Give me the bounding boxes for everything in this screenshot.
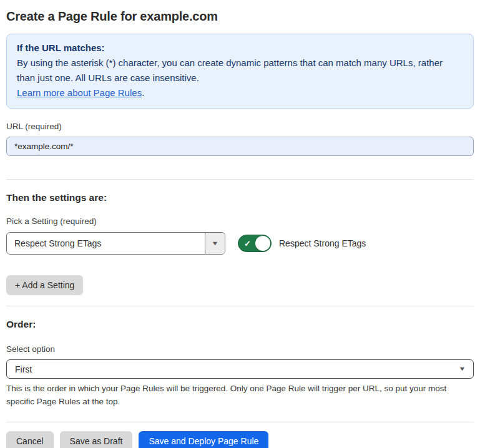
setting-picker-label: Pick a Setting (required)	[6, 217, 474, 226]
order-select-value: First	[15, 364, 32, 374]
setting-row: Respect Strong ETags ▼ ✓ Respect Strong …	[6, 232, 474, 255]
check-icon: ✓	[244, 240, 251, 248]
section-divider	[6, 179, 474, 180]
info-box-link-line: Learn more about Page Rules.	[17, 85, 463, 100]
info-box-body: By using the asterisk (*) character, you…	[17, 56, 463, 85]
order-help-text: This is the order in which your Page Rul…	[6, 382, 474, 408]
order-select[interactable]: First ▼	[6, 359, 474, 379]
setting-select-value: Respect Strong ETags	[7, 233, 205, 254]
order-select-label: Select option	[6, 344, 474, 354]
url-input[interactable]	[6, 137, 474, 156]
section-divider	[6, 306, 474, 306]
order-heading: Order:	[6, 318, 474, 330]
section-divider	[6, 422, 474, 422]
toggle-knob	[255, 236, 270, 251]
etag-toggle[interactable]: ✓	[238, 235, 272, 252]
save-deploy-button[interactable]: Save and Deploy Page Rule	[139, 431, 268, 448]
chevron-down-icon: ▼	[211, 241, 218, 246]
url-label: URL (required)	[6, 122, 474, 132]
url-match-info-box: If the URL matches: By using the asteris…	[6, 34, 474, 109]
chevron-down-icon: ▼	[458, 366, 466, 372]
info-box-heading: If the URL matches:	[17, 41, 463, 56]
cancel-button[interactable]: Cancel	[6, 431, 54, 448]
link-period: .	[142, 87, 144, 98]
settings-heading: Then the settings are:	[6, 192, 474, 203]
setting-select-arrow-button[interactable]: ▼	[205, 233, 225, 254]
form-actions: Cancel Save as Draft Save and Deploy Pag…	[6, 431, 474, 448]
learn-more-link[interactable]: Learn more about Page Rules	[17, 87, 142, 98]
add-setting-button[interactable]: + Add a Setting	[6, 275, 83, 295]
page-rule-form: Create a Page Rule for example.com If th…	[0, 8, 480, 448]
setting-select[interactable]: Respect Strong ETags ▼	[6, 232, 225, 255]
page-title: Create a Page Rule for example.com	[6, 8, 474, 24]
save-draft-button[interactable]: Save as Draft	[60, 431, 133, 448]
etag-toggle-label: Respect Strong ETags	[279, 238, 366, 248]
